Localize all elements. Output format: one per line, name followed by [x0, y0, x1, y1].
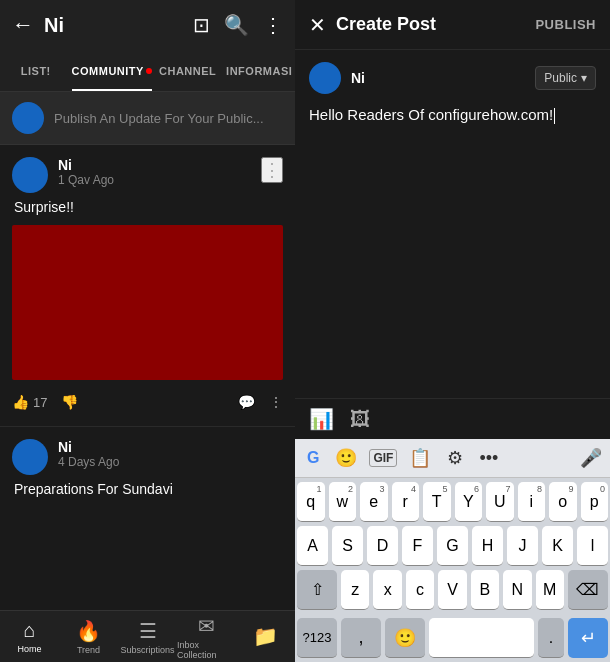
key-c[interactable]: c: [406, 570, 434, 610]
post-1-time: 1 Qav Ago: [58, 173, 261, 187]
more-button[interactable]: ⋮: [263, 13, 283, 37]
close-icon[interactable]: ✕: [309, 13, 326, 37]
key-t[interactable]: 5T: [423, 482, 451, 522]
key-p[interactable]: 0p: [581, 482, 609, 522]
nav-inbox-label: Inbox Collection: [177, 640, 236, 660]
comment-icon: 💬: [238, 394, 255, 410]
key-num[interactable]: ?123: [297, 618, 337, 658]
top-bar-icons: ⊡ 🔍 ⋮: [193, 13, 283, 37]
key-a[interactable]: A: [297, 526, 328, 566]
cast-button[interactable]: ⊡: [193, 13, 210, 37]
key-emoji[interactable]: 🙂: [385, 618, 425, 658]
audience-label: Public: [544, 71, 577, 85]
tab-channel[interactable]: CHANNEL: [152, 50, 224, 91]
nav-inbox[interactable]: ✉ Inbox Collection: [177, 611, 236, 662]
nav-home[interactable]: ⌂ Home: [0, 611, 59, 662]
key-f[interactable]: F: [402, 526, 433, 566]
key-k[interactable]: K: [542, 526, 573, 566]
key-q[interactable]: 1q: [297, 482, 325, 522]
thumbs-down-icon: 👎: [61, 394, 78, 410]
clipboard-icon[interactable]: 📋: [405, 445, 435, 471]
post-2-author: Ni: [58, 439, 283, 455]
enter-icon: ↵: [581, 627, 596, 649]
key-j[interactable]: J: [507, 526, 538, 566]
key-e[interactable]: 3e: [360, 482, 388, 522]
key-period[interactable]: .: [538, 618, 564, 658]
bottom-nav: ⌂ Home 🔥 Trend ☰ Subscriptions ✉ Inbox C…: [0, 610, 295, 662]
like-button[interactable]: 👍 17: [12, 394, 47, 410]
publish-button[interactable]: PUBLISH: [535, 17, 596, 32]
key-comma[interactable]: ,: [341, 618, 381, 658]
more-actions-button[interactable]: ⋮: [269, 394, 283, 410]
post-1-author: Ni: [58, 157, 261, 173]
key-space[interactable]: [429, 618, 534, 658]
publish-bar[interactable]: Publish An Update For Your Public...: [0, 92, 295, 145]
post-1-header: Ni 1 Qav Ago ⋮: [12, 157, 283, 193]
post-content-area[interactable]: Hello Readers Of configurehow.com!: [295, 106, 610, 398]
key-b[interactable]: B: [471, 570, 499, 610]
text-cursor: [554, 108, 555, 124]
comment-button[interactable]: 💬: [238, 394, 255, 410]
post-2-text: Preparations For Sundavi: [12, 481, 283, 497]
trend-icon: 🔥: [76, 619, 101, 643]
post-1-actions: 👍 17 👎 💬 ⋮: [12, 390, 283, 414]
avatar-publish: [12, 102, 44, 134]
post-1: Ni 1 Qav Ago ⋮ Surprise!! 👍 17 👎 💬 ⋮: [0, 145, 295, 426]
emoji-keyboard-icon[interactable]: 🙂: [331, 445, 361, 471]
key-o[interactable]: 9o: [549, 482, 577, 522]
key-backspace[interactable]: ⌫: [568, 570, 608, 610]
more-keyboard-icon[interactable]: •••: [475, 446, 502, 471]
audience-selector[interactable]: Public ▾: [535, 66, 596, 90]
gif-button[interactable]: GIF: [369, 449, 397, 467]
tab-community[interactable]: COMMUNITY: [72, 50, 152, 91]
dislike-button[interactable]: 👎: [61, 394, 78, 410]
home-icon: ⌂: [23, 619, 35, 642]
chart-icon[interactable]: 📊: [309, 407, 334, 431]
back-button[interactable]: ←: [12, 12, 34, 38]
nav-trend-label: Trend: [77, 645, 100, 655]
nav-home-label: Home: [17, 644, 41, 654]
kb-row-2: A S D F G H J K l: [297, 526, 608, 566]
subscriptions-icon: ☰: [139, 619, 157, 643]
key-enter[interactable]: ↵: [568, 618, 608, 658]
key-i[interactable]: 8i: [518, 482, 546, 522]
nav-subscriptions[interactable]: ☰ Subscriptions: [118, 611, 177, 662]
inbox-icon: ✉: [198, 614, 215, 638]
key-w[interactable]: 2w: [329, 482, 357, 522]
post-1-more-button[interactable]: ⋮: [261, 157, 283, 183]
nav-collection[interactable]: 📁: [236, 611, 295, 662]
collection-icon: 📁: [253, 624, 278, 648]
key-n[interactable]: N: [503, 570, 531, 610]
key-r[interactable]: 4r: [392, 482, 420, 522]
key-l[interactable]: l: [577, 526, 608, 566]
key-v[interactable]: V: [438, 570, 466, 610]
key-u[interactable]: 7U: [486, 482, 514, 522]
key-m[interactable]: M: [536, 570, 564, 610]
key-z[interactable]: z: [341, 570, 369, 610]
nav-trend[interactable]: 🔥 Trend: [59, 611, 118, 662]
key-d[interactable]: D: [367, 526, 398, 566]
right-panel: ✕ Create Post PUBLISH Ni Public ▾ Hello …: [295, 0, 610, 662]
left-panel: ← Ni ⊡ 🔍 ⋮ LIST! COMMUNITY CHANNEL INFOR…: [0, 0, 295, 662]
keyboard-rows: 1q 2w 3e 4r 5T 6Y 7U 8i 9o 0p A S D F G …: [295, 478, 610, 618]
tab-informasi[interactable]: INFORMASI: [223, 50, 295, 91]
nav-subscriptions-label: Subscriptions: [120, 645, 174, 655]
image-icon[interactable]: 🖼: [350, 408, 370, 431]
more-icon: ⋮: [269, 394, 283, 410]
create-post-username: Ni: [351, 70, 365, 86]
tab-list[interactable]: LIST!: [0, 50, 72, 91]
google-icon[interactable]: G: [303, 447, 323, 469]
key-g[interactable]: G: [437, 526, 468, 566]
settings-icon[interactable]: ⚙: [443, 445, 467, 471]
key-x[interactable]: x: [373, 570, 401, 610]
post-2-info: Ni 4 Days Ago: [58, 439, 283, 469]
kb-row-1: 1q 2w 3e 4r 5T 6Y 7U 8i 9o 0p: [297, 482, 608, 522]
post-1-info: Ni 1 Qav Ago: [58, 157, 261, 187]
key-shift[interactable]: ⇧: [297, 570, 337, 610]
search-button[interactable]: 🔍: [224, 13, 249, 37]
microphone-icon[interactable]: 🎤: [580, 447, 602, 469]
key-s[interactable]: S: [332, 526, 363, 566]
key-y[interactable]: 6Y: [455, 482, 483, 522]
create-post-title: Create Post: [336, 14, 535, 35]
key-h[interactable]: H: [472, 526, 503, 566]
